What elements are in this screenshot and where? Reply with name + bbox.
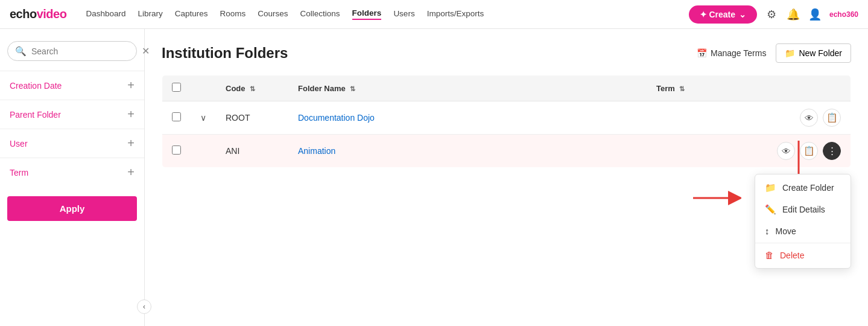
table-header-row: Code ⇅ Folder Name ⇅ Term ⇅ [162,75,851,101]
context-menu-edit-details[interactable]: ✏️ Edit Details [755,199,851,220]
search-icon: 🔍 [15,46,27,57]
folders-table: Code ⇅ Folder Name ⇅ Term ⇅ [162,75,851,168]
edit-details-label: Edit Details [782,205,825,214]
nav-dashboard[interactable]: Dashboard [86,9,125,19]
create-button[interactable]: ✦ Create ⌄ [689,5,757,24]
term-header[interactable]: Term ⇅ [647,75,767,101]
table-row: ∨ ROOT Documentation Dojo 👁 📋 [162,101,851,135]
user-label: echo360 [829,10,858,19]
header-actions: 📅 Manage Terms 📁 New Folder [697,43,851,63]
filter-creation-date-label: Creation Date [10,81,62,91]
row2-folder-link[interactable]: Animation [298,146,335,156]
main-content: Institution Folders 📅 Manage Terms 📁 New… [145,29,868,326]
filter-user-label: User [10,139,28,149]
move-label: Move [776,226,796,236]
row1-code: ROOT [216,101,288,135]
nav-folders[interactable]: Folders [352,8,382,20]
row1-view-icon[interactable]: 👁 [800,109,818,127]
manage-terms-button[interactable]: 📅 Manage Terms [697,48,766,58]
row1-action-icons: 👁 📋 [777,109,841,127]
nav-imports-exports[interactable]: Imports/Exports [427,9,484,19]
page-header: Institution Folders 📅 Manage Terms 📁 New… [162,43,851,63]
arrow-right-annotation [693,189,741,209]
apply-button[interactable]: Apply [7,196,137,221]
context-menu: 📁 Create Folder ✏️ Edit Details ↕ Move 🗑… [755,174,851,269]
context-menu-create-folder[interactable]: 📁 Create Folder [755,177,851,199]
settings-icon[interactable]: ⚙ [764,7,779,22]
nav-library[interactable]: Library [138,9,162,19]
select-all-checkbox[interactable] [172,83,181,92]
filter-term[interactable]: Term + [0,158,144,187]
row2-checkbox[interactable] [172,145,181,155]
row2-more-icon[interactable]: ⋮ [823,142,841,160]
row2-expand-cell [191,135,216,168]
filter-term-label: Term [10,168,28,177]
table-row: ANI Animation 👁 📋 ⋮ [162,135,851,168]
search-input[interactable] [31,46,137,56]
new-folder-button[interactable]: 📁 New Folder [776,43,851,63]
row1-term [647,101,767,135]
filter-parent-folder[interactable]: Parent Folder + [0,100,144,129]
filter-parent-folder-label: Parent Folder [10,110,61,120]
edit-details-icon: ✏️ [765,204,776,215]
context-menu-delete[interactable]: 🗑 Delete [755,245,851,266]
filter-creation-date-plus-icon: + [127,78,135,92]
nav-collections[interactable]: Collections [300,9,340,19]
context-menu-divider [755,243,851,243]
row2-checkbox-cell [162,135,191,168]
row1-checkbox-cell [162,101,191,135]
row1-checkbox[interactable] [172,112,181,121]
context-menu-move[interactable]: ↕ Move [755,220,851,241]
nav-rooms[interactable]: Rooms [220,9,246,19]
create-folder-icon: 📁 [765,182,776,193]
page-title: Institution Folders [162,45,288,62]
filter-term-plus-icon: + [127,165,135,179]
actions-header [767,75,851,101]
sidebar: 🔍 ✕ Creation Date + Parent Folder + User… [0,29,145,326]
nav-right: ✦ Create ⌄ ⚙ 🔔 👤 echo360 [689,5,859,24]
row2-code: ANI [216,135,288,168]
top-nav: echovideo Dashboard Library Captures Roo… [0,0,868,29]
code-sort-icon: ⇅ [250,85,255,92]
filter-parent-folder-plus-icon: + [127,107,135,121]
row1-actions: 👁 📋 [767,101,851,135]
row1-folder-link[interactable]: Documentation Dojo [298,113,375,123]
folder-name-header[interactable]: Folder Name ⇅ [288,75,647,101]
expand-header [191,75,216,101]
bell-icon[interactable]: 🔔 [786,7,800,22]
user-icon[interactable]: 👤 [808,7,822,22]
select-all-header [162,75,191,101]
delete-icon: 🗑 [765,250,774,260]
nav-links: Dashboard Library Captures Rooms Courses… [86,8,674,20]
logo: echovideo [10,7,66,21]
filter-creation-date[interactable]: Creation Date + [0,71,144,100]
delete-label: Delete [780,251,804,260]
sidebar-collapse-button[interactable]: ‹ [137,299,151,314]
row2-name: Animation [288,135,647,168]
layout: 🔍 ✕ Creation Date + Parent Folder + User… [0,29,868,326]
search-box: 🔍 ✕ [7,41,137,61]
nav-captures[interactable]: Captures [175,9,208,19]
calendar-icon: 📅 [697,48,707,58]
folder-name-sort-icon: ⇅ [350,85,355,92]
move-icon: ↕ [765,226,770,236]
row1-name: Documentation Dojo [288,101,647,135]
filter-user[interactable]: User + [0,129,144,158]
row2-term [647,135,767,168]
nav-courses[interactable]: Courses [258,9,288,19]
logo-video: video [37,7,67,21]
row1-expand-icon[interactable]: ∨ [200,113,206,123]
folder-icon: 📁 [785,48,795,58]
term-sort-icon: ⇅ [679,85,685,92]
create-folder-label: Create Folder [782,183,834,193]
row1-expand-cell: ∨ [191,101,216,135]
nav-users[interactable]: Users [393,9,414,19]
row1-edit-icon[interactable]: 📋 [823,109,841,127]
code-header[interactable]: Code ⇅ [216,75,288,101]
logo-echo: echo [10,7,37,21]
filter-user-plus-icon: + [127,136,135,150]
